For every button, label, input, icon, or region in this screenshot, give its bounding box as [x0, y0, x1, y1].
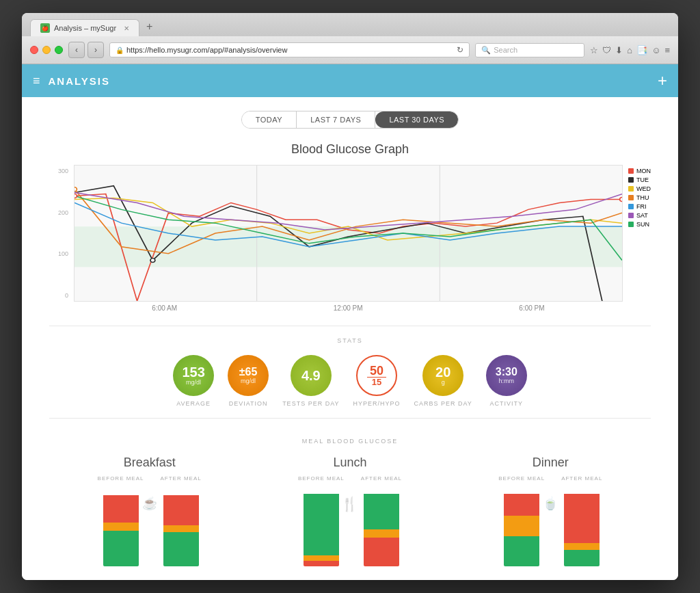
browser-window: 🍎 Analysis – mySugr ✕ + ‹ › 🔒 https://he…	[22, 13, 678, 580]
legend-wed: WED	[628, 185, 651, 192]
add-entry-btn[interactable]: +	[658, 71, 667, 90]
maximize-window-btn[interactable]	[55, 46, 63, 54]
legend-sun-dot	[628, 222, 634, 227]
browser-tab-active[interactable]: 🍎 Analysis – mySugr ✕	[30, 19, 139, 36]
chart-container: 300 200 100 0	[49, 165, 651, 312]
breakfast-bars: BEFORE MEAL ☕ AFTER MEAL	[98, 475, 202, 566]
emoji-icon[interactable]: ☺	[651, 45, 660, 55]
bar-seg	[564, 550, 600, 566]
y-label-100: 100	[58, 250, 68, 257]
lunch-title: Lunch	[333, 456, 366, 470]
stats-row: 153 mg/dl AVERAGE ±65 mg/dl DEVIATION	[49, 355, 651, 407]
stat-average-unit: mg/dl	[186, 379, 201, 386]
meal-lunch: Lunch BEFORE MEAL 🍴	[268, 456, 432, 566]
stat-hyperhypo-circle: 50 15	[356, 355, 397, 396]
shield-icon[interactable]: 🛡	[602, 45, 611, 55]
dinner-title: Dinner	[533, 456, 569, 470]
dinner-before-label: BEFORE MEAL	[498, 475, 545, 482]
tab-close-btn[interactable]: ✕	[124, 25, 129, 32]
breakfast-after-label: AFTER MEAL	[160, 475, 201, 482]
y-label-300: 300	[58, 168, 68, 174]
stat-carbs-unit: g	[442, 379, 445, 386]
stat-average-circle: 153 mg/dl	[173, 355, 214, 396]
legend-thu-label: THU	[636, 194, 649, 201]
hamburger-menu-btn[interactable]: ≡	[33, 74, 40, 88]
search-placeholder: Search	[494, 46, 517, 54]
lunch-after-label: AFTER MEAL	[361, 475, 402, 482]
breakfast-after-col: AFTER MEAL	[160, 475, 201, 566]
minimize-window-btn[interactable]	[42, 46, 51, 54]
dinner-icon: 🍵	[543, 496, 558, 511]
stat-tests: 4.9 TESTS PER DAY	[282, 355, 339, 407]
stat-carbs-value: 20	[435, 365, 450, 379]
bar-seg	[163, 532, 199, 566]
bar-seg	[304, 555, 339, 561]
new-tab-btn[interactable]: +	[141, 17, 158, 36]
address-bar[interactable]: 🔒 https://hello.mysugr.com/app/#analysis…	[109, 42, 470, 57]
refresh-btn[interactable]: ↻	[457, 45, 463, 55]
app-content: TODAY LAST 7 DAYS LAST 30 DAYS Blood Glu…	[22, 97, 678, 580]
bar-seg	[163, 495, 199, 525]
lunch-after-bar	[364, 484, 399, 566]
home-icon[interactable]: ⌂	[627, 45, 632, 55]
download-icon[interactable]: ⬇	[615, 45, 623, 55]
time-filter: TODAY LAST 7 DAYS LAST 30 DAYS	[49, 111, 651, 129]
legend-tue-label: TUE	[636, 176, 649, 183]
close-window-btn[interactable]	[30, 46, 38, 54]
lunch-before-label: BEFORE MEAL	[298, 475, 345, 482]
svg-point-3	[75, 194, 77, 198]
stat-deviation-value: ±65	[239, 367, 258, 378]
hyper-value: 50	[370, 365, 383, 377]
app-header: ≡ ANALYSIS +	[22, 64, 678, 97]
tab-favicon: 🍎	[40, 23, 50, 33]
forward-btn[interactable]: ›	[88, 42, 104, 58]
x-axis-labels: 6:00 AM 12:00 PM 6:00 PM	[74, 302, 623, 312]
dinner-bars: BEFORE MEAL 🍵 AFTER MEAL	[498, 475, 602, 566]
bar-seg	[364, 529, 399, 538]
today-btn[interactable]: TODAY	[242, 111, 297, 128]
svg-point-4	[620, 198, 622, 202]
lock-icon: 🔒	[116, 47, 124, 54]
legend-thu-dot	[628, 195, 634, 200]
meals-row: Breakfast BEFORE MEAL ☕	[49, 456, 651, 566]
stat-tests-circle: 4.9	[291, 355, 332, 396]
svg-point-5	[150, 259, 155, 263]
search-bar[interactable]: 🔍 Search	[475, 43, 584, 57]
meal-dinner: Dinner BEFORE MEAL 🍵	[468, 456, 632, 566]
lunch-bars: BEFORE MEAL 🍴 AFTER MEAL	[298, 475, 402, 566]
bar-seg	[504, 494, 539, 516]
legend-sat-label: SAT	[636, 212, 648, 219]
legend-fri: FRI	[628, 203, 651, 210]
x-label-6am: 6:00 AM	[152, 304, 177, 312]
stat-carbs: 20 g CARBS PER DAY	[414, 355, 472, 407]
legend-sun-label: SUN	[636, 221, 649, 228]
last7days-btn[interactable]: LAST 7 DAYS	[297, 111, 375, 128]
dinner-before-col: BEFORE MEAL	[498, 475, 545, 566]
breakfast-before-bar	[103, 484, 139, 566]
tab-bar: 🍎 Analysis – mySugr ✕ +	[22, 13, 678, 36]
star-icon[interactable]: ☆	[590, 45, 598, 55]
stat-deviation-circle: ±65 mg/dl	[228, 355, 269, 396]
bookmark-icon[interactable]: 📑	[636, 45, 647, 55]
legend-tue-dot	[628, 177, 634, 183]
dinner-after-bar	[564, 484, 600, 566]
stats-section: STATS 153 mg/dl AVERAGE ±65 m	[49, 326, 651, 419]
url-text: https://hello.mysugr.com/app/#analysis/o…	[126, 46, 287, 54]
lunch-before-bar	[304, 484, 339, 566]
meal-breakfast: Breakfast BEFORE MEAL ☕	[68, 456, 232, 566]
bar-seg	[364, 538, 399, 566]
chart-svg	[75, 166, 622, 301]
x-label-6pm: 6:00 PM	[519, 304, 544, 312]
stat-deviation-unit: mg/dl	[241, 378, 256, 384]
header-left: ≡ ANALYSIS	[33, 74, 110, 88]
y-label-200: 200	[58, 209, 68, 216]
bar-seg	[504, 516, 539, 536]
back-btn[interactable]: ‹	[68, 42, 85, 58]
bar-seg	[103, 523, 139, 531]
menu-icon[interactable]: ≡	[664, 45, 670, 55]
bar-seg	[103, 495, 139, 523]
last30days-btn[interactable]: LAST 30 DAYS	[375, 111, 458, 128]
traffic-lights	[30, 46, 63, 54]
chart-title: Blood Glucose Graph	[49, 142, 651, 157]
stat-deviation-name: DEVIATION	[229, 400, 268, 407]
